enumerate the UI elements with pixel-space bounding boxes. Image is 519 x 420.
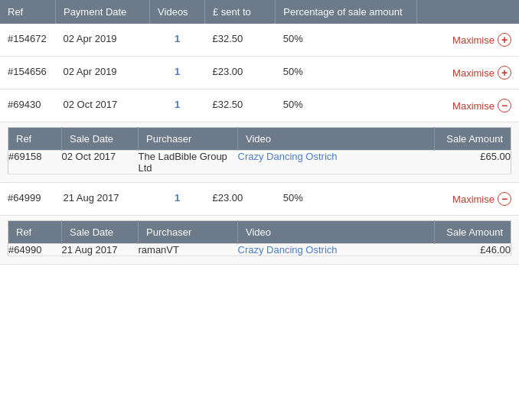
video-link[interactable]: Crazy Dancing Ostrich — [238, 244, 338, 256]
cell-ref: #69430 — [0, 90, 55, 122]
cell-action: Maximise − — [417, 90, 519, 122]
maximise-button[interactable]: Maximise − — [452, 99, 511, 112]
sub-col-header-date: Sale Date — [62, 128, 139, 151]
col-header-videos: Videos — [150, 0, 205, 24]
sub-table-wrapper: Ref Sale Date Purchaser Video Sale Amoun… — [0, 216, 519, 264]
sub-cell-ref: #64990 — [8, 244, 62, 256]
sub-cell-date: 02 Oct 2017 — [62, 151, 139, 174]
sub-cell-amount: £46.00 — [435, 244, 511, 256]
cell-payment-date: 02 Oct 2017 — [55, 90, 149, 122]
sub-cell-purchaser: The LadBible Group Ltd — [139, 151, 238, 174]
expanded-row: Ref Sale Date Purchaser Video Sale Amoun… — [0, 122, 519, 183]
cell-action: Maximise − — [417, 183, 519, 216]
cell-sent-to: £32.50 — [204, 90, 275, 122]
cell-percentage: 50% — [276, 90, 417, 122]
maximise-button[interactable]: Maximise + — [452, 33, 511, 47]
video-link[interactable]: Crazy Dancing Ostrich — [238, 151, 338, 162]
maximise-label: Maximise — [452, 194, 495, 205]
sub-cell-ref: #69158 — [8, 151, 62, 174]
circle-icon: − — [498, 192, 511, 206]
expanded-row: Ref Sale Date Purchaser Video Sale Amoun… — [0, 216, 519, 265]
sub-table: Ref Sale Date Purchaser Video Sale Amoun… — [8, 220, 511, 256]
circle-icon: − — [498, 99, 511, 112]
cell-sent-to: £23.00 — [204, 57, 275, 90]
sub-col-header-purchaser: Purchaser — [139, 221, 238, 244]
cell-percentage: 50% — [276, 183, 417, 216]
sub-cell-video: Crazy Dancing Ostrich — [238, 151, 435, 174]
cell-ref: #154672 — [0, 24, 55, 57]
cell-payment-date: 02 Apr 2019 — [55, 24, 149, 57]
sub-table-row: #69158 02 Oct 2017 The LadBible Group Lt… — [8, 151, 511, 174]
maximise-label: Maximise — [452, 67, 495, 79]
sub-col-header-ref: Ref — [8, 128, 62, 151]
cell-videos: 1 — [150, 24, 205, 57]
cell-payment-date: 02 Apr 2019 — [55, 57, 149, 90]
cell-percentage: 50% — [276, 24, 417, 57]
col-header-ref: Ref — [0, 0, 55, 24]
col-header-action — [417, 0, 519, 24]
maximise-button[interactable]: Maximise + — [452, 66, 511, 80]
maximise-label: Maximise — [452, 34, 495, 46]
cell-sent-to: £23.00 — [204, 183, 275, 216]
sub-cell-date: 21 Aug 2017 — [62, 244, 139, 256]
sub-col-header-amount: Sale Amount — [435, 128, 511, 151]
cell-action: Maximise + — [417, 24, 519, 57]
sub-table-wrapper: Ref Sale Date Purchaser Video Sale Amoun… — [0, 122, 519, 182]
col-header-percentage: Percentage of sale amount — [276, 0, 417, 24]
cell-videos: 1 — [150, 183, 205, 216]
circle-icon: + — [498, 33, 511, 47]
sub-cell-video: Crazy Dancing Ostrich — [238, 244, 435, 256]
cell-payment-date: 21 Aug 2017 — [55, 183, 149, 216]
expanded-cell: Ref Sale Date Purchaser Video Sale Amoun… — [0, 122, 519, 183]
cell-action: Maximise + — [417, 57, 519, 90]
sub-col-header-ref: Ref — [8, 221, 62, 244]
payments-table: Ref Payment Date Videos £ sent to Percen… — [0, 0, 519, 265]
sub-col-header-video: Video — [238, 128, 435, 151]
col-header-payment-date: Payment Date — [55, 0, 149, 24]
sub-col-header-amount: Sale Amount — [435, 221, 511, 244]
cell-videos: 1 — [150, 90, 205, 122]
circle-icon: + — [498, 66, 511, 80]
table-row: #69430 02 Oct 2017 1 £32.50 50% Maximise… — [0, 90, 519, 122]
col-header-sent-to: £ sent to — [204, 0, 275, 24]
table-row: #154672 02 Apr 2019 1 £32.50 50% Maximis… — [0, 24, 519, 57]
sub-cell-purchaser: ramanVT — [139, 244, 238, 256]
table-row: #154656 02 Apr 2019 1 £23.00 50% Maximis… — [0, 57, 519, 90]
sub-table: Ref Sale Date Purchaser Video Sale Amoun… — [8, 127, 511, 174]
cell-percentage: 50% — [276, 57, 417, 90]
sub-col-header-date: Sale Date — [62, 221, 139, 244]
sub-col-header-purchaser: Purchaser — [139, 128, 238, 151]
cell-sent-to: £32.50 — [204, 24, 275, 57]
cell-ref: #64999 — [0, 183, 55, 216]
expanded-cell: Ref Sale Date Purchaser Video Sale Amoun… — [0, 216, 519, 265]
sub-cell-amount: £65.00 — [435, 151, 511, 174]
sub-col-header-video: Video — [238, 221, 435, 244]
maximise-label: Maximise — [452, 100, 495, 112]
maximise-button[interactable]: Maximise − — [452, 192, 511, 206]
table-row: #64999 21 Aug 2017 1 £23.00 50% Maximise… — [0, 183, 519, 216]
cell-videos: 1 — [150, 57, 205, 90]
cell-ref: #154656 — [0, 57, 55, 90]
sub-table-row: #64990 21 Aug 2017 ramanVT Crazy Dancing… — [8, 244, 511, 256]
